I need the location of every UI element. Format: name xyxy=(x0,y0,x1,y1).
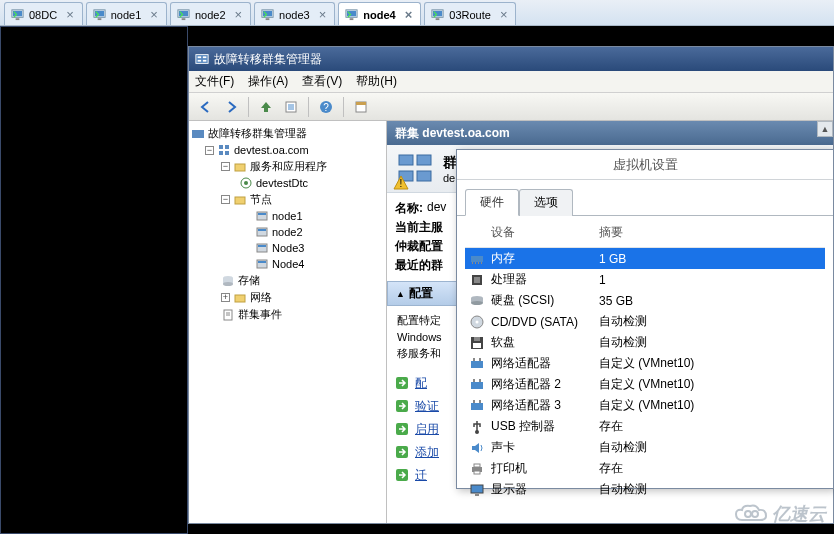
device-row-hdd[interactable]: 硬盘 (SCSI)35 GB xyxy=(465,290,825,311)
svg-point-89 xyxy=(475,430,479,434)
tree-node-Node4[interactable]: Node4 xyxy=(191,256,384,272)
vm-tab-node4[interactable]: node4× xyxy=(338,2,421,25)
tree-events[interactable]: 群集事件 xyxy=(191,306,384,323)
vm-tab-node3[interactable]: node3× xyxy=(254,2,335,25)
monitor-icon xyxy=(261,8,274,21)
collapse-icon[interactable]: − xyxy=(221,162,230,171)
tab-options[interactable]: 选项 xyxy=(519,189,573,216)
svg-rect-14 xyxy=(350,18,354,20)
svg-rect-78 xyxy=(474,337,480,341)
banner-title: 群 xyxy=(443,154,457,172)
vm-tab-node2[interactable]: node2× xyxy=(170,2,251,25)
vm-tab-03Route[interactable]: 03Route× xyxy=(424,2,516,25)
vm-settings-dialog: 虚拟机设置 硬件 选项 设备 摘要 内存1 GB处理器1硬盘 (SCSI)35 … xyxy=(456,149,834,489)
collapse-icon[interactable]: − xyxy=(205,146,214,155)
sound-icon xyxy=(469,440,485,456)
device-row-cd[interactable]: CD/DVD (SATA)自动检测 xyxy=(465,311,825,332)
device-row-nic[interactable]: 网络适配器 3自定义 (VMnet10) xyxy=(465,395,825,416)
tree-node-node1[interactable]: node1 xyxy=(191,208,384,224)
svg-rect-85 xyxy=(479,379,481,382)
svg-rect-82 xyxy=(479,358,481,361)
svg-rect-83 xyxy=(471,382,483,389)
menu-bar: 文件(F) 操作(A) 查看(V) 帮助(H) xyxy=(189,71,833,93)
device-row-memory[interactable]: 内存1 GB xyxy=(465,248,825,269)
server-icon xyxy=(255,257,269,271)
svg-rect-35 xyxy=(225,151,229,155)
banner-subtitle: de xyxy=(443,172,457,184)
menu-help[interactable]: 帮助(H) xyxy=(356,73,397,90)
device-row-nic[interactable]: 网络适配器 2自定义 (VMnet10) xyxy=(465,374,825,395)
view-button[interactable] xyxy=(350,96,372,118)
vm-tab-node1[interactable]: node1× xyxy=(86,2,167,25)
vm-tab-08DC[interactable]: 08DC× xyxy=(4,2,83,25)
server-icon xyxy=(255,241,269,255)
tree-storage[interactable]: 存储 xyxy=(191,272,384,289)
svg-rect-20 xyxy=(198,60,202,62)
svg-rect-71 xyxy=(474,277,480,283)
tree-services[interactable]: −服务和应用程序 xyxy=(191,158,384,175)
help-button[interactable]: ? xyxy=(315,96,337,118)
tree-node-node2[interactable]: node2 xyxy=(191,224,384,240)
close-icon[interactable]: × xyxy=(500,7,508,22)
arrow-icon xyxy=(395,422,409,436)
nic-icon xyxy=(469,398,485,414)
device-row-printer[interactable]: 打印机存在 xyxy=(465,458,825,479)
svg-rect-41 xyxy=(258,213,266,215)
close-icon[interactable]: × xyxy=(235,7,243,22)
svg-rect-94 xyxy=(475,494,479,496)
tree-network[interactable]: +网络 xyxy=(191,289,384,306)
detail-header-domain: devtest.oa.com xyxy=(422,126,509,140)
server-icon xyxy=(255,209,269,223)
svg-rect-19 xyxy=(198,56,202,58)
memory-icon xyxy=(469,251,485,267)
collapse-icon[interactable]: − xyxy=(221,195,230,204)
floppy-icon xyxy=(469,335,485,351)
svg-rect-69 xyxy=(481,262,482,264)
monitor-icon xyxy=(93,8,106,21)
properties-button[interactable] xyxy=(280,96,302,118)
menu-file[interactable]: 文件(F) xyxy=(195,73,234,90)
device-row-usb[interactable]: USB 控制器存在 xyxy=(465,416,825,437)
close-icon[interactable]: × xyxy=(319,7,327,22)
top-tab-bar: 08DC×node1×node2×node3×node4×03Route× xyxy=(0,0,834,26)
tree-dtc[interactable]: devtestDtc xyxy=(191,175,384,191)
scroll-up-button[interactable]: ▲ xyxy=(817,121,833,137)
device-row-sound[interactable]: 声卡自动检测 xyxy=(465,437,825,458)
menu-action[interactable]: 操作(A) xyxy=(248,73,288,90)
svg-rect-8 xyxy=(182,18,186,20)
device-row-floppy[interactable]: 软盘自动检测 xyxy=(465,332,825,353)
forward-button[interactable] xyxy=(220,96,242,118)
device-row-display[interactable]: 显示器自动检测 xyxy=(465,479,825,500)
watermark: 亿速云 xyxy=(734,502,826,526)
monitor-icon xyxy=(177,8,190,21)
up-button[interactable] xyxy=(255,96,277,118)
server-icon xyxy=(255,225,269,239)
svg-rect-80 xyxy=(471,361,483,368)
device-row-nic[interactable]: 网络适配器自定义 (VMnet10) xyxy=(465,353,825,374)
close-icon[interactable]: × xyxy=(150,7,158,22)
field-name-value: dev xyxy=(427,200,446,217)
device-row-cpu[interactable]: 处理器1 xyxy=(465,269,825,290)
tree-root[interactable]: 故障转移群集管理器 xyxy=(191,125,384,142)
field-recent-label: 最近的群 xyxy=(395,257,443,274)
tab-hardware[interactable]: 硬件 xyxy=(465,189,519,216)
menu-view[interactable]: 查看(V) xyxy=(302,73,342,90)
svg-point-76 xyxy=(476,320,479,323)
tree-nodes[interactable]: −节点 xyxy=(191,191,384,208)
back-button[interactable] xyxy=(195,96,217,118)
tree-pane[interactable]: 故障转移群集管理器 −devtest.oa.com −服务和应用程序 devte… xyxy=(189,121,387,523)
svg-rect-56 xyxy=(417,155,431,165)
tree-domain[interactable]: −devtest.oa.com xyxy=(191,142,384,158)
tree-node-Node3[interactable]: Node3 xyxy=(191,240,384,256)
close-icon[interactable]: × xyxy=(66,7,74,22)
svg-point-74 xyxy=(471,301,483,305)
svg-rect-67 xyxy=(475,262,476,264)
col-device: 设备 xyxy=(469,224,599,241)
vm-dialog-title: 虚拟机设置 xyxy=(457,150,833,180)
arrow-icon xyxy=(395,468,409,482)
svg-rect-65 xyxy=(471,256,483,262)
close-icon[interactable]: × xyxy=(405,7,413,22)
svg-rect-11 xyxy=(266,18,270,20)
watermark-text: 亿速云 xyxy=(772,502,826,526)
expand-icon[interactable]: + xyxy=(221,293,230,302)
